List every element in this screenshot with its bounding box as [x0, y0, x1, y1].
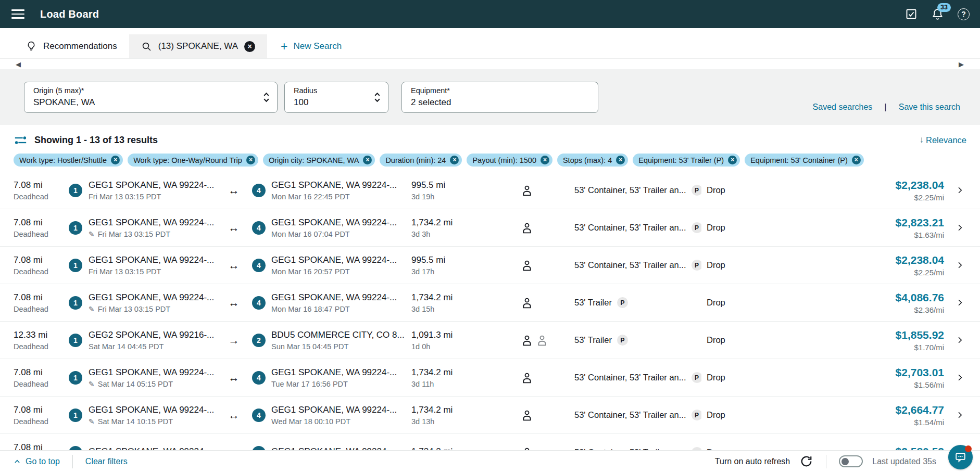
chip-remove-icon[interactable]: ×: [246, 156, 255, 164]
new-search-button[interactable]: + New Search: [267, 34, 355, 58]
origin-date: Fri Mar 13 03:15 PDT: [98, 230, 170, 238]
footer-divider: [72, 455, 73, 468]
row-chevron-icon[interactable]: [947, 223, 973, 232]
chip-remove-icon[interactable]: ×: [728, 156, 737, 164]
equipment-cell: 53' Trailer P: [565, 335, 701, 346]
tab-search-spokane[interactable]: (13) SPOKANE, WA ×: [129, 34, 267, 58]
deadhead-cell: 7.08 mi Deadhead: [14, 442, 62, 451]
drivers-cell: [508, 259, 565, 272]
deadhead-label: Deadhead: [14, 305, 62, 313]
destination-date: Mon Mar 16 20:57 PDT: [271, 267, 411, 276]
hamburger-menu-icon[interactable]: [11, 9, 24, 19]
distance-cell: 995.5 mi 3d 17h: [411, 255, 508, 276]
destination-stops-badge: 2: [252, 334, 266, 347]
auto-refresh-toggle[interactable]: [839, 455, 863, 467]
scroll-right-icon[interactable]: ▶: [959, 61, 964, 68]
footer-divider: [826, 455, 826, 468]
deadhead-cell: 7.08 mi Deadhead: [14, 367, 62, 388]
rate-per-mile: $1.70/mi: [780, 343, 944, 352]
radius-select[interactable]: Radius 100: [284, 82, 388, 113]
tab-recommendations[interactable]: Recommendations: [14, 34, 129, 58]
dest-stops-cell: 4: [246, 446, 271, 451]
origin-location: GEG1 SPOKANE, WA 99224-...: [89, 447, 221, 451]
chip-remove-icon[interactable]: ×: [852, 156, 861, 164]
trip-arrow-icon: ↔: [221, 259, 246, 272]
chip-remove-icon[interactable]: ×: [541, 156, 549, 164]
origin-date-line: ✎Sat Mar 14 10:15 PDT: [89, 417, 221, 426]
chip-remove-icon[interactable]: ×: [363, 156, 372, 164]
load-row[interactable]: 7.08 mi Deadhead 1 GEG1 SPOKANE, WA 9922…: [0, 284, 980, 322]
top-bar: Load Board 33 ?: [0, 0, 980, 28]
radius-value: 100: [294, 97, 317, 108]
origin-select[interactable]: Origin (5 max)* SPOKANE, WA: [24, 82, 278, 113]
origin-value: SPOKANE, WA: [33, 97, 95, 108]
trip-distance: 995.5 mi: [411, 180, 508, 190]
driver-icon: [520, 221, 534, 235]
load-type: Drop: [701, 410, 780, 420]
distance-cell: 1,734.2 mi: [411, 447, 508, 451]
load-row[interactable]: 7.08 mi Deadhead 1 GEG1 SPOKANE, WA 9922…: [0, 209, 980, 247]
load-row[interactable]: 7.08 mi Deadhead 1 GEG1 SPOKANE, WA 9922…: [0, 397, 980, 434]
row-chevron-icon[interactable]: [947, 261, 973, 270]
sort-relevance-button[interactable]: ↓ Relevance: [920, 135, 966, 145]
origin-date: Sat Mar 14 04:45 PDT: [89, 342, 164, 351]
trip-arrow-icon: ↔: [221, 297, 246, 309]
row-chevron-icon[interactable]: [947, 373, 973, 382]
trip-arrow-icon: ↔: [221, 184, 246, 197]
load-row[interactable]: 7.08 mi Deadhead 1 GEG1 SPOKANE, WA 9922…: [0, 172, 980, 209]
chip-remove-icon[interactable]: ×: [111, 156, 120, 164]
trip-arrow-icon: ↔: [221, 222, 246, 234]
load-row[interactable]: 7.08 mi Deadhead 1 GEG1 SPOKANE, WA 9922…: [0, 434, 980, 450]
row-chevron-icon[interactable]: [947, 336, 973, 345]
power-badge: P: [692, 260, 701, 271]
close-tab-icon[interactable]: ×: [244, 41, 255, 52]
row-chevron-icon[interactable]: [947, 411, 973, 419]
load-row[interactable]: 7.08 mi Deadhead 1 GEG1 SPOKANE, WA 9922…: [0, 247, 980, 284]
destination-stops-badge: 4: [252, 371, 266, 385]
row-chevron-icon[interactable]: [947, 186, 973, 195]
origin-date: Sat Mar 14 10:15 PDT: [98, 417, 173, 426]
saved-searches-link[interactable]: Saved searches: [813, 103, 873, 112]
destination-location: GEG1 SPOKANE, WA 99224-...: [271, 292, 411, 303]
notifications-bell-icon[interactable]: 33: [931, 8, 944, 21]
tasks-checkbox-icon[interactable]: [905, 8, 918, 20]
row-chevron-icon[interactable]: [947, 298, 973, 307]
destination-cell: GEG1 SPOKANE, WA 99224-... Mon Mar 16 07…: [271, 218, 411, 238]
scroll-left-icon[interactable]: ◀: [16, 61, 21, 68]
chip-remove-icon[interactable]: ×: [616, 156, 625, 164]
refresh-icon[interactable]: [799, 454, 813, 468]
destination-cell: GEG1 SPOKANE, WA 99224-... Tue Mar 17 16…: [271, 367, 411, 388]
filter-zone: ◀ ▶ Origin (5 max)* SPOKANE, WA Radius 1…: [0, 59, 980, 125]
dest-stops-cell: 2: [246, 334, 271, 347]
equipment-text: 53' Container, 53' Trailer an...: [574, 373, 686, 382]
chat-bubble-icon: [954, 451, 967, 464]
deadhead-label: Deadhead: [14, 267, 62, 276]
power-badge: P: [692, 222, 701, 233]
edit-pencil-icon: ✎: [89, 230, 95, 238]
load-type: Drop: [701, 223, 780, 233]
load-row[interactable]: 12.33 mi Deadhead 1 GEG2 SPOKANE, WA 992…: [0, 322, 980, 359]
chip-remove-icon[interactable]: ×: [450, 156, 459, 164]
page-title: Load Board: [40, 8, 99, 20]
load-row[interactable]: 7.08 mi Deadhead 1 GEG1 SPOKANE, WA 9922…: [0, 359, 980, 397]
origin-date-line: ✎Fri Mar 13 03:15 PDT: [89, 267, 221, 276]
clear-filters-button[interactable]: Clear filters: [85, 457, 128, 466]
trip-distance: 1,091.3 mi: [411, 330, 508, 340]
destination-cell: GEG1 SPOKANE, WA 99224-...: [271, 447, 411, 451]
equipment-select[interactable]: Equipment* 2 selected: [401, 82, 598, 113]
save-this-search-link[interactable]: Save this search: [899, 103, 960, 112]
origin-location: GEG1 SPOKANE, WA 99224-...: [89, 218, 221, 228]
equipment-cell: 53' Container, 53' Trailer an... P: [565, 410, 701, 420]
origin-stops-cell: 1: [62, 184, 89, 197]
deadhead-distance: 7.08 mi: [14, 255, 62, 265]
payout-amount: $2,703.01: [780, 366, 944, 379]
payout-amount: $4,086.76: [780, 291, 944, 304]
destination-location: GEG1 SPOKANE, WA 99224-...: [271, 180, 411, 190]
chat-fab-button[interactable]: [948, 445, 973, 469]
go-to-top-button[interactable]: Go to top: [14, 457, 60, 466]
filter-chips-row: Work type: Hostler/Shuttle × Work type: …: [0, 154, 980, 167]
help-icon[interactable]: ?: [958, 8, 970, 20]
trip-distance: 1,734.2 mi: [411, 405, 508, 415]
plus-icon: +: [281, 41, 287, 53]
destination-stops-badge: 4: [252, 184, 266, 197]
